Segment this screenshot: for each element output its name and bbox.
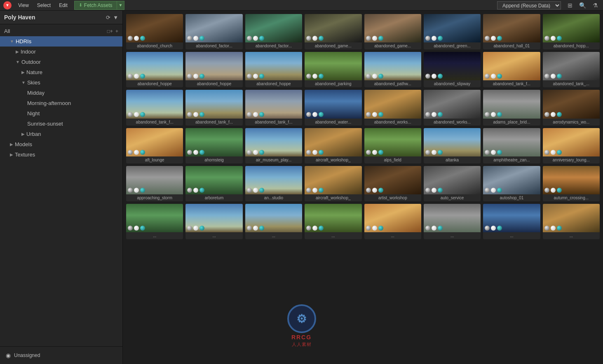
nav-item-models[interactable]: ▶ Models [0, 139, 122, 149]
nav-item-urban[interactable]: ▶ Urban [0, 129, 122, 139]
asset-name: abandoned_factor... [245, 42, 302, 49]
asset-item[interactable]: aft_lounge [126, 128, 183, 163]
asset-item[interactable]: abandoned_tank_f... [245, 90, 302, 125]
nav-skies-label: Skies [27, 79, 118, 86]
asset-item[interactable]: ... [424, 204, 481, 239]
asset-item[interactable]: ... [543, 204, 600, 239]
asset-item[interactable]: auto_service [424, 166, 481, 201]
menu-view[interactable]: View [16, 2, 31, 9]
asset-item[interactable]: ... [483, 204, 540, 239]
asset-item[interactable]: alps_field [364, 128, 421, 163]
nav-item-textures[interactable]: ▶ Textures [0, 149, 122, 160]
asset-item[interactable]: amphitheatre_zan... [483, 128, 540, 163]
asset-item[interactable]: approaching_storm [126, 166, 183, 201]
nav-add-collection-icon[interactable]: □+ [107, 28, 113, 34]
view-mode-button[interactable]: ⊞ [566, 1, 574, 9]
sidebar-dropdown-icon[interactable]: ▼ [113, 14, 118, 21]
nav-item-sunrise-sunset[interactable]: Sunrise-sunset [0, 119, 122, 129]
asset-item[interactable]: abandoned_game... [305, 14, 361, 49]
asset-item[interactable]: abandoned_factor... [185, 14, 242, 49]
asset-item[interactable]: abandoned_works... [364, 90, 421, 125]
asset-item[interactable]: abandoned_game... [364, 14, 421, 49]
sidebar-nav: All □+ + ▼ HDRIs ▶ Indoor ▼ Outdoor [0, 24, 122, 346]
menu-edit[interactable]: Edit [57, 2, 69, 9]
nav-sunrise-sunset-label: Sunrise-sunset [27, 121, 118, 127]
fetch-assets-button[interactable]: ⬇ Fetch Assets [74, 1, 117, 10]
asset-item[interactable]: abandoned_hopp... [543, 14, 600, 49]
asset-item[interactable]: ahornsteig [185, 128, 242, 163]
search-button[interactable]: 🔍 [577, 1, 588, 9]
asset-name: abandoned_factor... [185, 42, 242, 49]
unassigned-icon: ◉ [6, 352, 11, 359]
asset-item[interactable]: abandoned_pathw... [364, 52, 421, 87]
asset-name: ... [305, 232, 361, 239]
asset-name: ... [126, 232, 183, 239]
asset-item[interactable]: altanka [424, 128, 481, 163]
asset-item[interactable]: abandoned_green... [424, 14, 481, 49]
asset-grid: abandoned_churchabandoned_factor...aband… [126, 14, 600, 239]
nav-item-all[interactable]: All □+ + [0, 26, 122, 36]
menu-select[interactable]: Select [35, 2, 52, 9]
asset-name: an...studio [245, 194, 302, 201]
asset-item[interactable]: abandoned_slipway [424, 52, 481, 87]
nav-item-midday[interactable]: Midday [0, 88, 122, 98]
asset-item[interactable]: abandoned_hall_01 [483, 14, 540, 49]
nav-indoor-arrow: ▶ [16, 49, 19, 54]
asset-item[interactable]: ... [245, 204, 302, 239]
asset-item[interactable]: autumn_crossing... [543, 166, 600, 201]
asset-name: abandoned_tank_f... [483, 80, 540, 87]
nav-urban-arrow: ▶ [21, 132, 25, 136]
asset-item[interactable]: ... [185, 204, 242, 239]
asset-item[interactable]: anniversary_loung... [543, 128, 600, 163]
asset-item[interactable]: abandoned_church [126, 14, 183, 49]
nav-item-unassigned[interactable]: ◉ Unassigned [4, 350, 118, 361]
asset-item[interactable]: abandoned_tank_f... [126, 90, 183, 125]
nav-all-label: All [4, 28, 106, 34]
asset-item[interactable]: abandoned_hoppe [126, 52, 183, 87]
nav-item-night[interactable]: Night [0, 108, 122, 119]
nav-hdris-label: HDRIs [16, 38, 118, 44]
asset-name: approaching_storm [126, 194, 183, 201]
fetch-assets-dropdown-button[interactable]: ▼ [117, 1, 125, 10]
asset-item[interactable]: abandoned_tank_... [543, 52, 600, 87]
asset-item[interactable]: abandoned_tank_f... [483, 52, 540, 87]
asset-item[interactable]: ... [126, 204, 183, 239]
asset-item[interactable]: ... [364, 204, 421, 239]
asset-item[interactable]: aircraft_workshop_ [305, 128, 361, 163]
asset-name: abandoned_works... [424, 119, 481, 126]
asset-item[interactable]: abandoned_tank_f... [185, 90, 242, 125]
asset-item[interactable]: aerodynamics_wo... [543, 90, 600, 125]
nav-item-nature[interactable]: ▶ Nature [0, 67, 122, 77]
asset-name: abandoned_tank_f... [245, 119, 302, 126]
nav-add-icon[interactable]: + [115, 28, 118, 34]
append-select[interactable]: Append (Reuse Data) [497, 1, 561, 9]
asset-grid-container[interactable]: abandoned_churchabandoned_factor...aband… [123, 11, 603, 364]
sidebar-refresh-icon[interactable]: ⟳ [106, 14, 110, 21]
nav-nature-arrow: ▶ [21, 70, 25, 75]
content-area: abandoned_churchabandoned_factor...aband… [123, 11, 603, 364]
nav-item-hdris[interactable]: ▼ HDRIs [0, 36, 122, 47]
nav-item-indoor[interactable]: ▶ Indoor [0, 47, 122, 57]
nav-midday-label: Midday [27, 90, 118, 96]
asset-item[interactable]: abandoned_water... [305, 90, 361, 125]
asset-item[interactable]: abandoned_factor... [245, 14, 302, 49]
asset-item[interactable]: abandoned_parking [305, 52, 361, 87]
nav-item-morning-afternoon[interactable]: Morning-afternoon [0, 98, 122, 108]
asset-item[interactable]: arboretum [185, 166, 242, 201]
nav-item-skies[interactable]: ▼ Skies [0, 77, 122, 88]
asset-name: abandoned_church [126, 42, 183, 49]
asset-item[interactable]: adams_place_brid... [483, 90, 540, 125]
sidebar-header: Poly Haven ⟳ ▼ [0, 11, 122, 24]
asset-item[interactable]: an...studio [245, 166, 302, 201]
asset-item[interactable]: air_museum_play... [245, 128, 302, 163]
asset-item[interactable]: autoshop_01 [483, 166, 540, 201]
asset-item[interactable]: abandoned_works... [424, 90, 481, 125]
filter-button[interactable]: ⚗ [591, 1, 600, 9]
asset-item[interactable]: artist_workshop [364, 166, 421, 201]
asset-item[interactable]: aircraft_workshop_ [305, 166, 361, 201]
asset-item[interactable]: abandoned_hoppe [245, 52, 302, 87]
asset-item[interactable]: abandoned_hoppe [185, 52, 242, 87]
nav-item-outdoor[interactable]: ▼ Outdoor [0, 57, 122, 67]
asset-item[interactable]: ... [305, 204, 361, 239]
nav-hdris-arrow: ▼ [10, 39, 14, 44]
